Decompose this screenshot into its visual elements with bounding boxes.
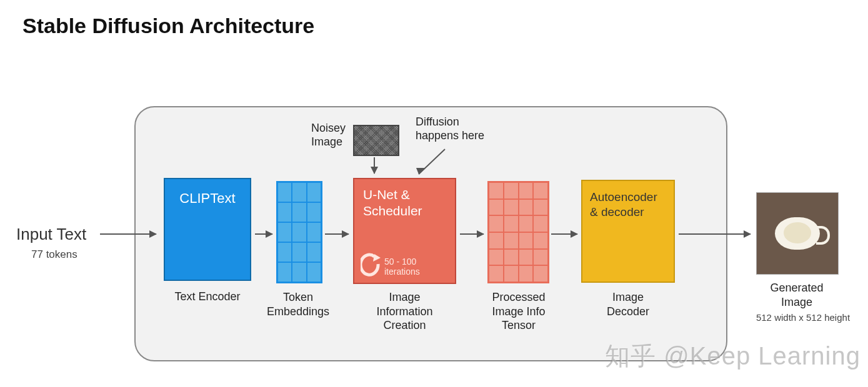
watermark-handle: @Keep Learning (664, 342, 861, 370)
svg-marker-2 (373, 254, 381, 262)
arrow-tokens-to-unet (325, 233, 349, 235)
arrow-proc-to-decoder (551, 233, 577, 235)
decoder-box: Autoencoder & decoder (581, 180, 675, 283)
loop-icon (361, 253, 382, 278)
arrow-noise-to-unet (374, 157, 375, 174)
arrow-diffusion-note (412, 147, 450, 178)
arrow-unet-to-proc (460, 233, 484, 235)
tokens-caption: Token Embeddings (264, 290, 332, 318)
watermark-zh: 知乎 (605, 342, 656, 370)
svg-line-0 (419, 149, 445, 174)
noisy-image-label: Noisey Image (311, 122, 346, 149)
token-embeddings-grid (276, 181, 322, 283)
output-caption: Generated Image (753, 281, 841, 309)
unet-caption: Image Information Creation (350, 290, 459, 333)
unet-iterations: 50 - 100 iterations (384, 257, 420, 277)
processed-caption: Processed Image Info Tensor (481, 290, 556, 333)
output-dimensions: 512 width x 512 height (741, 312, 866, 323)
diffusion-note: Diffusion happens here (416, 115, 484, 142)
unet-label: U-Net & Scheduler (363, 187, 447, 220)
arrow-clip-to-tokens (255, 233, 272, 235)
clip-text-label: CLIPText (179, 190, 235, 207)
arrow-input-to-clip (100, 233, 156, 235)
unet-box: U-Net & Scheduler 50 - 100 iterations (353, 178, 456, 284)
input-text-label: Input Text (16, 225, 86, 244)
arrow-decoder-to-output (679, 233, 751, 235)
generated-image-icon (756, 192, 839, 275)
input-token-count: 77 tokens (31, 248, 77, 261)
clip-text-box: CLIPText (164, 178, 251, 281)
page-title: Stable Diffusion Architecture (22, 14, 314, 38)
decoder-caption: Image Decoder (587, 290, 669, 318)
cup-icon (775, 217, 820, 250)
processed-tensor-grid (487, 181, 549, 283)
clip-caption: Text Encoder (164, 290, 251, 303)
noise-icon (353, 125, 399, 156)
watermark: 知乎 @Keep Learning (605, 339, 861, 373)
diagram-root: Stable Diffusion Architecture Input Text… (0, 0, 868, 387)
decoder-label: Autoencoder & decoder (590, 190, 657, 218)
